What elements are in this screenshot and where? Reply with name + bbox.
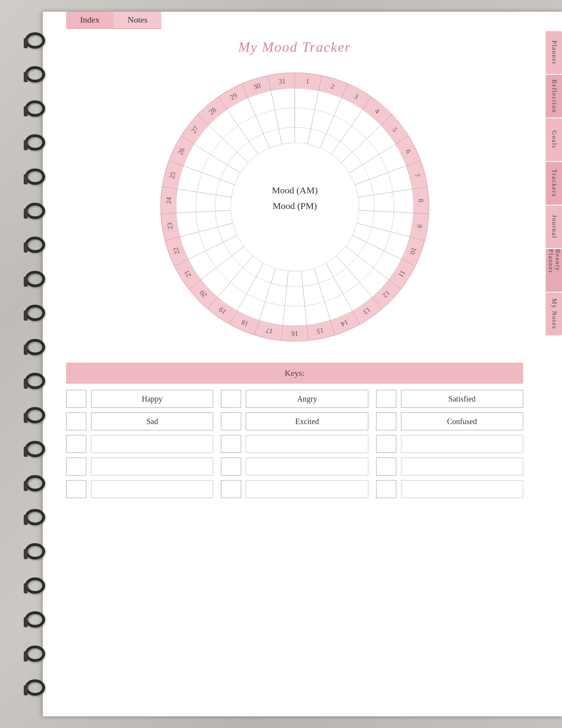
spiral-ring	[25, 509, 45, 525]
key-item-empty-9	[376, 480, 523, 498]
mood-wheel-svg: 1234567891011121314151617181920212223242…	[155, 67, 435, 347]
spiral-ring	[25, 646, 45, 662]
right-tabs: Planner Reflection Goals Trackers Journa…	[546, 31, 562, 336]
key-color-empty-6	[376, 458, 396, 475]
key-label-empty-9	[401, 480, 523, 498]
key-item-angry: Angry	[221, 390, 368, 408]
key-label-empty-7	[91, 480, 213, 498]
notebook-page: Index Notes Planner Reflection Goals Tra…	[43, 12, 562, 716]
spiral-ring	[25, 407, 45, 423]
svg-text:31: 31	[278, 77, 286, 86]
key-item-satisfied: Satisfied	[376, 390, 523, 408]
mood-wheel: 1234567891011121314151617181920212223242…	[155, 67, 435, 347]
spiral-ring	[25, 237, 45, 253]
spiral-ring	[25, 679, 45, 696]
key-item-empty-2	[221, 435, 368, 453]
spiral-ring	[25, 100, 45, 117]
spiral-ring	[25, 66, 45, 82]
spiral-ring	[25, 543, 45, 560]
key-item-empty-4	[66, 458, 213, 475]
key-label-empty-3	[401, 435, 523, 453]
spiral-ring	[25, 134, 45, 151]
spiral-ring	[25, 373, 45, 389]
tab-trackers[interactable]: Trackers	[546, 162, 562, 205]
key-color-sad	[66, 412, 86, 430]
key-label-satisfied: Satisfied	[401, 390, 523, 408]
key-item-empty-6	[376, 458, 523, 475]
key-label-excited: Excited	[246, 412, 368, 430]
keys-header: Keys:	[66, 363, 523, 384]
key-label-confused: Confused	[401, 412, 523, 430]
spiral-ring	[25, 168, 45, 185]
key-label-empty-1	[91, 435, 213, 453]
key-color-angry	[221, 390, 241, 408]
spiral-ring	[25, 305, 45, 321]
key-item-empty-8	[221, 480, 368, 498]
spiral-ring	[25, 271, 45, 287]
tab-journal[interactable]: Journal	[546, 205, 562, 248]
key-color-confused	[376, 412, 396, 430]
spiral-ring	[25, 32, 45, 49]
key-color-empty-9	[376, 480, 396, 498]
key-color-empty-2	[221, 435, 241, 453]
spiral-ring	[25, 339, 45, 355]
tab-planner[interactable]: Planner	[546, 31, 562, 74]
key-label-empty-6	[401, 458, 523, 475]
key-item-empty-3	[376, 435, 523, 453]
mood-pm-label: Mood (PM)	[272, 201, 317, 211]
key-color-excited	[221, 412, 241, 430]
svg-text:16: 16	[291, 330, 298, 337]
key-color-empty-7	[66, 480, 86, 498]
key-label-empty-4	[91, 458, 213, 475]
key-item-empty-5	[221, 458, 368, 475]
svg-text:23: 23	[165, 222, 174, 230]
spiral-ring	[25, 611, 45, 628]
tab-my-notes[interactable]: My Notes	[546, 293, 562, 335]
key-label-happy: Happy	[91, 390, 213, 408]
tab-reflection[interactable]: Reflection	[546, 75, 562, 118]
mood-am-label: Mood (AM)	[272, 185, 318, 195]
key-label-angry: Angry	[246, 390, 368, 408]
page-content: My Mood Tracker	[51, 31, 539, 709]
key-color-happy	[66, 390, 86, 408]
page-title: My Mood Tracker	[66, 39, 523, 55]
key-item-empty-1	[66, 435, 213, 453]
spiral-ring	[25, 203, 45, 219]
key-color-empty-3	[376, 435, 396, 453]
tab-goals[interactable]: Goals	[546, 118, 562, 161]
mood-wheel-container: 1234567891011121314151617181920212223242…	[66, 67, 523, 347]
key-color-empty-1	[66, 435, 86, 453]
key-color-empty-8	[221, 480, 241, 498]
svg-text:8: 8	[417, 199, 425, 203]
key-label-empty-8	[246, 480, 368, 498]
key-item-happy: Happy	[66, 390, 213, 408]
tab-notes[interactable]: Notes	[114, 12, 161, 29]
spiral-ring	[25, 577, 45, 594]
tab-index[interactable]: Index	[66, 12, 114, 29]
spiral-binding	[19, 23, 51, 705]
spiral-ring	[25, 441, 45, 457]
key-label-empty-5	[246, 458, 368, 475]
key-item-confused: Confused	[376, 412, 523, 430]
key-item-sad: Sad	[66, 412, 213, 430]
key-item-empty-7	[66, 480, 213, 498]
key-color-empty-4	[66, 458, 86, 475]
key-color-satisfied	[376, 390, 396, 408]
spiral-ring	[25, 475, 45, 491]
key-label-empty-2	[246, 435, 368, 453]
tab-beauty-planner[interactable]: Beauty Planner	[546, 249, 562, 292]
key-color-empty-5	[221, 458, 241, 475]
svg-text:24: 24	[164, 197, 172, 204]
key-label-sad: Sad	[91, 412, 213, 430]
key-item-excited: Excited	[221, 412, 368, 430]
top-tabs: Index Notes	[66, 12, 161, 29]
keys-grid: Happy Angry Satisfied Sad Excited	[66, 390, 523, 498]
keys-section: Keys: Happy Angry Satisfied	[66, 363, 523, 498]
